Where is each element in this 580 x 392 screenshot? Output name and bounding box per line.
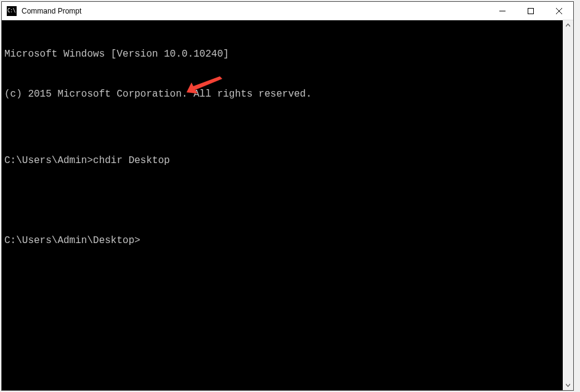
close-button[interactable] [545, 2, 573, 20]
app-icon: C:\. [7, 6, 17, 16]
vertical-scrollbar[interactable] [563, 20, 573, 390]
maximize-icon [528, 8, 534, 14]
minimize-icon [499, 8, 505, 14]
prompt-line: C:\Users\Admin>chdir Desktop [4, 154, 560, 168]
output-line: (c) 2015 Microsoft Corporation. All righ… [4, 88, 560, 102]
chevron-down-icon [566, 383, 570, 387]
prompt-line: C:\Users\Admin\Desktop> [4, 234, 560, 248]
scrollbar-up-button[interactable] [563, 20, 573, 31]
window-controls [488, 2, 573, 20]
scrollbar-down-button[interactable] [563, 380, 573, 390]
terminal-container: Microsoft Windows [Version 10.0.10240] (… [2, 20, 573, 390]
close-icon [556, 8, 562, 14]
prompt: C:\Users\Admin> [4, 154, 93, 168]
terminal[interactable]: Microsoft Windows [Version 10.0.10240] (… [2, 20, 563, 390]
maximize-button[interactable] [517, 2, 545, 20]
cursor [140, 234, 146, 246]
command-prompt-window: C:\. Command Prompt Microsoft Windows [V… [1, 1, 574, 391]
output-line [4, 194, 560, 208]
scrollbar-track[interactable] [563, 31, 573, 380]
minimize-button[interactable] [488, 2, 517, 20]
command: chdir Desktop [93, 154, 170, 168]
chevron-up-icon [566, 23, 570, 28]
app-icon-text: C:\. [7, 8, 18, 14]
window-title: Command Prompt [20, 7, 488, 15]
svg-rect-1 [528, 8, 534, 14]
titlebar[interactable]: C:\. Command Prompt [2, 2, 573, 20]
prompt: C:\Users\Admin\Desktop> [4, 234, 140, 248]
output-line: Microsoft Windows [Version 10.0.10240] [4, 48, 560, 62]
